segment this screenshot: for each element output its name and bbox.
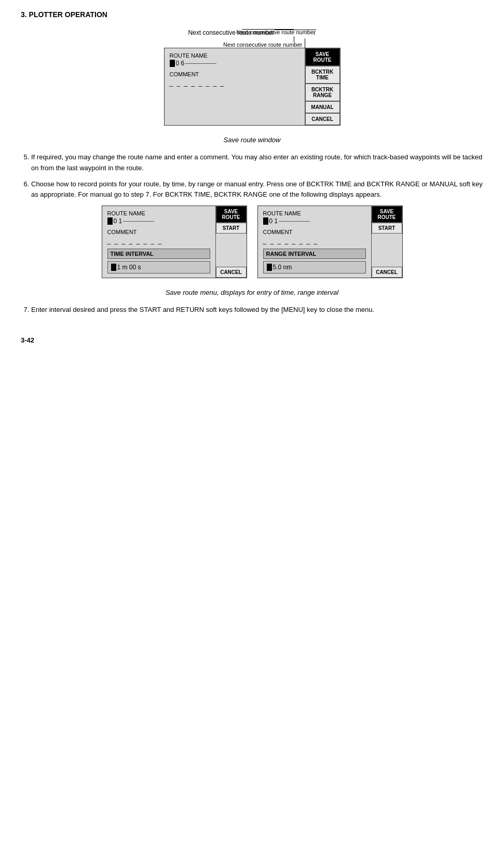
bcktrk-range-btn[interactable]: BCKTRKRANGE xyxy=(305,84,340,101)
comment-dashes-range: _ _ _ _ _ _ _ _ xyxy=(263,237,366,244)
time-interval-value: 1 m 00 s xyxy=(107,261,210,273)
bcktrk-time-btn[interactable]: BCKTRKTIME xyxy=(305,66,340,84)
window-main-range: ROUTE NAME 0 1 COMMENT _ _ _ _ _ _ _ _ R… xyxy=(258,206,371,278)
route-name-label-time: ROUTE NAME xyxy=(107,210,210,216)
annotation-label: Next consecutive route number xyxy=(237,29,316,35)
window-sidebar-range: SAVEROUTE START CANCEL xyxy=(371,206,402,278)
bottom-windows-container: ROUTE NAME 0 1 COMMENT _ _ _ _ _ _ _ _ T… xyxy=(21,206,483,278)
cancel-btn-time[interactable]: CANCEL xyxy=(216,267,247,278)
cursor-range xyxy=(263,217,268,225)
route-name-label-range: ROUTE NAME xyxy=(263,210,366,216)
start-btn-time[interactable]: START xyxy=(216,223,247,234)
window-sidebar-time: SAVEROUTE START CANCEL xyxy=(215,206,247,278)
cursor-range-val xyxy=(267,264,272,271)
window-sidebar-top: SAVEROUTE BCKTRKTIME BCKTRKRANGE MANUAL … xyxy=(305,48,340,125)
step-5: If required, you may change the route na… xyxy=(31,152,483,174)
manual-btn[interactable]: MANUAL xyxy=(305,101,340,113)
range-interval-value: 5.0 nm xyxy=(263,261,366,273)
bottom-caption: Save route menu, displays for entry of t… xyxy=(21,289,483,296)
time-interval-label: TIME INTERVAL xyxy=(107,249,210,259)
save-route-btn-top[interactable]: SAVEROUTE xyxy=(305,48,340,66)
comment-label-time: COMMENT xyxy=(107,229,210,235)
comment-label-top: COMMENT xyxy=(170,71,299,77)
save-route-window-range: ROUTE NAME 0 1 COMMENT _ _ _ _ _ _ _ _ R… xyxy=(257,206,403,278)
comment-label-range: COMMENT xyxy=(263,229,366,235)
top-annotation: Next consecutive route number xyxy=(223,42,302,48)
route-name-value-range: 0 1 xyxy=(263,217,366,225)
comment-dashes-top: _ _ _ _ _ _ _ _ xyxy=(170,79,299,87)
save-route-window-time: ROUTE NAME 0 1 COMMENT _ _ _ _ _ _ _ _ T… xyxy=(102,206,247,278)
cursor-top xyxy=(170,60,175,67)
route-name-value-time: 0 1 xyxy=(107,217,210,225)
step-6: Choose how to record points for your rou… xyxy=(31,179,483,201)
comment-dashes-time: _ _ _ _ _ _ _ _ xyxy=(107,237,210,244)
save-route-btn-time[interactable]: SAVEROUTE xyxy=(216,206,247,223)
cursor-time xyxy=(107,217,113,225)
cancel-btn-top[interactable]: CANCEL xyxy=(305,113,340,125)
save-route-btn-range[interactable]: SAVEROUTE xyxy=(372,206,402,223)
top-caption: Save route window xyxy=(21,136,483,144)
route-name-label-top: ROUTE NAME xyxy=(170,52,299,59)
start-btn-range[interactable]: START xyxy=(372,223,402,234)
save-route-window-top: ROUTE NAME 0 6 COMMENT _ _ _ _ _ _ _ _ S… xyxy=(164,48,340,126)
page-footer: 3-42 xyxy=(21,336,483,344)
window-main-time: ROUTE NAME 0 1 COMMENT _ _ _ _ _ _ _ _ T… xyxy=(102,206,215,278)
step7-list: Enter interval desired and press the STA… xyxy=(31,305,483,316)
page-header: 3. PLOTTER OPERATION xyxy=(21,10,483,19)
window-main-top: ROUTE NAME 0 6 COMMENT _ _ _ _ _ _ _ _ xyxy=(165,48,305,125)
range-interval-label: RANGE INTERVAL xyxy=(263,249,366,259)
route-name-value-top: 0 6 xyxy=(170,60,299,67)
cursor-time-val xyxy=(111,264,116,271)
step-7: Enter interval desired and press the STA… xyxy=(31,305,483,316)
cancel-btn-range[interactable]: CANCEL xyxy=(372,267,402,278)
steps-list: If required, you may change the route na… xyxy=(31,152,483,200)
